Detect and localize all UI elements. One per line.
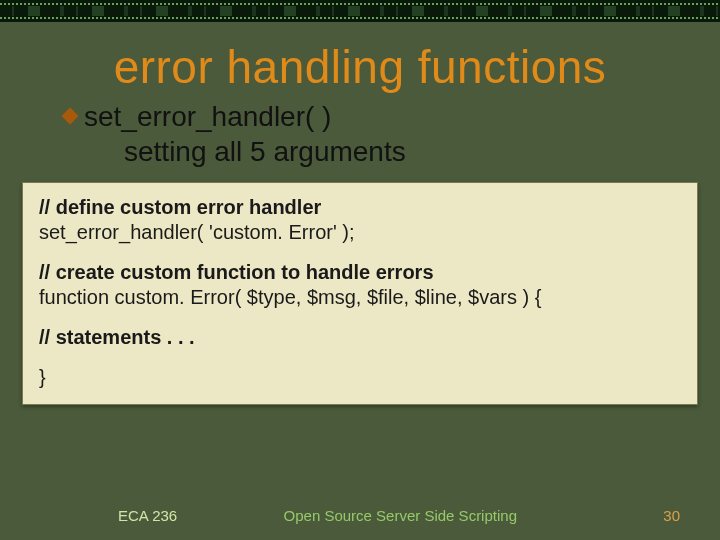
code-box: // define custom error handler set_error…: [22, 182, 698, 406]
slide-title: error handling functions: [0, 40, 720, 94]
code-block-1: // define custom error handler set_error…: [39, 195, 681, 246]
bullet-block: set_error_handler( ) setting all 5 argum…: [0, 100, 720, 168]
code-line-4: }: [39, 366, 46, 388]
code-block-2: // create custom function to handle erro…: [39, 260, 681, 311]
decorative-top-band: [0, 0, 720, 22]
footer-subtitle: Open Source Server Side Scripting: [137, 507, 663, 524]
bullet-sub-text: setting all 5 arguments: [124, 136, 674, 168]
diamond-bullet-icon: [62, 108, 79, 125]
code-line-2: function custom. Error( $type, $msg, $fi…: [39, 285, 681, 311]
footer: ECA 236 Open Source Server Side Scriptin…: [0, 507, 720, 524]
code-block-4: }: [39, 365, 681, 391]
footer-page-number: 30: [663, 507, 680, 524]
code-comment-3: // statements . . .: [39, 326, 195, 348]
code-comment-2: // create custom function to handle erro…: [39, 260, 681, 286]
bullet-main-row: set_error_handler( ): [64, 100, 674, 134]
code-line-1: set_error_handler( 'custom. Error' );: [39, 220, 681, 246]
code-comment-1: // define custom error handler: [39, 195, 681, 221]
bullet-main-text: set_error_handler( ): [84, 100, 674, 134]
code-block-3: // statements . . .: [39, 325, 681, 351]
